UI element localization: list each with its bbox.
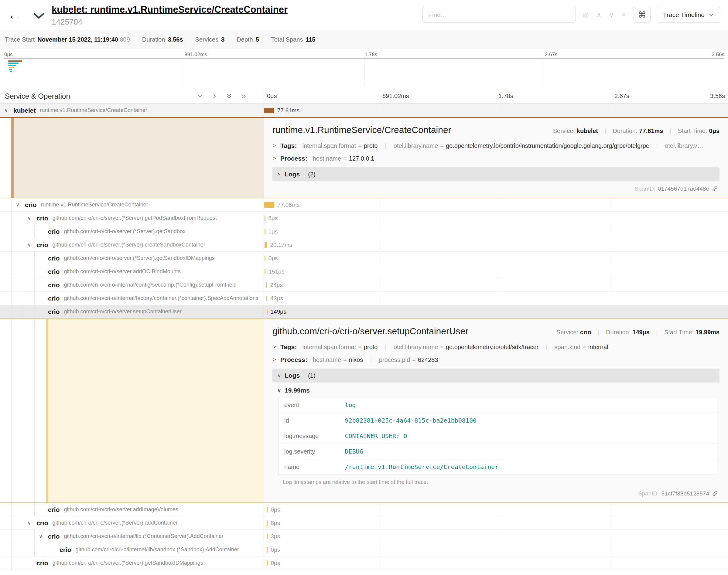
span-name-cell[interactable]: ∨ crio github.com/cri-o/cri-o/internal/l… [0, 530, 264, 543]
span-duration-bar[interactable] [267, 547, 268, 552]
minimap-tick: 1.78s [365, 52, 377, 58]
span-timeline-cell[interactable]: 151μs [264, 265, 728, 278]
process-accordion[interactable]: > Process: host.name=nixos | process.pid… [272, 353, 720, 366]
span-duration-bar[interactable] [265, 215, 265, 221]
span-duration-bar[interactable] [265, 229, 265, 234]
prev-result-chevron-up-icon[interactable]: ∧ [596, 11, 602, 19]
detail-tree-indent [0, 118, 264, 198]
span-row[interactable]: crio github.com/cri-o/cri-o/server.addIm… [0, 503, 728, 516]
log-entry-accordion[interactable]: ∨ 19.99ms [277, 385, 718, 397]
span-timeline-cell[interactable]: 8μs [264, 212, 728, 225]
span-name-cell[interactable]: crio github.com/cri-o/cri-o/server.(*Ser… [0, 252, 264, 265]
keyboard-shortcuts-button[interactable]: ⌘ [633, 7, 651, 23]
span-duration-bar[interactable] [264, 108, 274, 113]
span-expand-chevron-icon[interactable]: ∨ [27, 215, 36, 221]
span-name-cell[interactable]: crio github.com/cri-o/cri-o/server.(*Ser… [0, 225, 264, 238]
minimap-span [9, 69, 12, 70]
span-row[interactable]: crio github.com/cri-o/cri-o/server.(*Ser… [0, 556, 728, 570]
span-timeline-cell[interactable]: 1μs [264, 225, 728, 238]
tags-accordion[interactable]: > Tags: internal.span.format=proto | ote… [272, 341, 720, 353]
span-timeline-cell[interactable]: 3μs [264, 530, 728, 543]
chevron-right-icon: > [273, 156, 280, 162]
span-expand-chevron-icon[interactable]: ∨ [4, 107, 13, 113]
clear-find-close-icon[interactable]: × [621, 11, 626, 19]
span-duration-bar[interactable] [265, 242, 267, 248]
span-name-cell[interactable]: crio github.com/cri-o/cri-o/internal/lib… [0, 543, 264, 556]
span-row[interactable]: ∨ kubelet runtime.v1.RuntimeService/Crea… [0, 104, 728, 117]
span-name-cell[interactable]: crio github.com/cri-o/cri-o/server.(*Ser… [0, 556, 264, 570]
next-result-chevron-down-icon[interactable]: ∨ [609, 11, 614, 19]
back-button[interactable]: ← [8, 8, 25, 22]
span-timeline-cell[interactable]: 149μs [264, 305, 728, 318]
span-timeline-cell[interactable]: 20.17ms [264, 238, 728, 251]
span-duration-bar[interactable] [267, 561, 268, 566]
span-row[interactable]: ∨ crio github.com/cri-o/cri-o/server.(*S… [0, 516, 728, 530]
span-name-cell[interactable]: crio github.com/cri-o/cri-o/internal/fac… [0, 292, 264, 305]
tree-color-stripe [11, 118, 14, 198]
span-name-cell[interactable]: crio github.com/cri-o/cri-o/server.setup… [0, 305, 264, 318]
span-row[interactable]: crio github.com/cri-o/cri-o/internal/lib… [0, 543, 728, 556]
span-timeline-cell[interactable]: 43μs [264, 292, 728, 305]
copy-link-icon[interactable] [712, 490, 718, 497]
span-timeline-cell[interactable]: 77.08ms [264, 198, 728, 211]
tags-accordion[interactable]: > Tags: internal.span.format=proto | ote… [272, 139, 720, 152]
collapse-trace-header-button[interactable] [33, 13, 44, 20]
span-timeline-cell[interactable]: 24μs [264, 278, 728, 292]
span-expand-chevron-icon[interactable]: ∨ [39, 533, 48, 539]
find-input[interactable] [423, 7, 576, 23]
span-timeline-cell[interactable]: 0μs [264, 556, 728, 570]
logs-accordion[interactable]: > Logs (2) [272, 167, 720, 181]
span-expand-chevron-icon[interactable]: ∨ [27, 520, 36, 526]
span-name-cell[interactable]: crio github.com/cri-o/cri-o/server.addOC… [0, 265, 264, 278]
span-name-cell[interactable]: ∨ crio github.com/cri-o/cri-o/server.(*S… [0, 212, 264, 225]
span-row[interactable]: crio github.com/cri-o/cri-o/server.setup… [0, 305, 728, 318]
span-row[interactable]: crio github.com/cri-o/cri-o/server.(*Ser… [0, 225, 728, 238]
span-name-cell[interactable]: ∨ kubelet runtime.v1.RuntimeService/Crea… [0, 104, 264, 117]
process-accordion[interactable]: > Process: host.name=127.0.0.1 [272, 152, 720, 165]
timeline-gridline [612, 212, 612, 225]
span-duration-bar[interactable] [266, 296, 267, 301]
logs-accordion[interactable]: ∨ Logs (1) [272, 369, 720, 382]
span-row[interactable]: crio github.com/cri-o/cri-o/server.addOC… [0, 265, 728, 278]
span-row[interactable]: crio github.com/cri-o/cri-o/internal/fac… [0, 292, 728, 305]
collapse-all-double-chevron-down-icon[interactable] [226, 93, 232, 99]
span-duration-bar[interactable] [267, 520, 268, 526]
timeline-gridline [496, 503, 496, 516]
span-timeline-cell[interactable]: 77.61ms [264, 104, 728, 117]
span-duration-bar[interactable] [266, 282, 267, 288]
span-expand-chevron-icon[interactable]: ∨ [27, 242, 36, 248]
span-timeline-cell[interactable]: 0μs [264, 252, 728, 265]
span-row[interactable]: ∨ crio runtime.v1.RuntimeService/CreateC… [0, 198, 728, 212]
trace-view-selector[interactable]: Trace Timeline [657, 7, 720, 23]
span-row[interactable]: crio github.com/cri-o/cri-o/server.(*Ser… [0, 252, 728, 265]
span-row[interactable]: ∨ crio github.com/cri-o/cri-o/server.(*S… [0, 238, 728, 252]
expand-one-chevron-right-icon[interactable] [211, 93, 218, 99]
trace-title-link[interactable]: kubelet: runtime.v1.RuntimeService/Creat… [52, 4, 288, 15]
span-duration-bar[interactable] [267, 507, 268, 512]
span-name-cell[interactable]: ∨ crio runtime.v1.RuntimeService/CreateC… [0, 198, 264, 211]
expand-all-double-chevron-right-icon[interactable] [240, 93, 246, 99]
span-row[interactable]: ∨ crio github.com/cri-o/cri-o/server.(*S… [0, 212, 728, 225]
copy-link-icon[interactable] [712, 185, 718, 192]
focus-result-icon[interactable]: ◎ [583, 11, 589, 19]
trace-depth: Depth5 [237, 36, 259, 43]
span-duration-bar[interactable] [267, 309, 268, 314]
span-name-cell[interactable]: ∨ crio github.com/cri-o/cri-o/server.(*S… [0, 238, 264, 251]
span-name-cell[interactable]: ∨ crio github.com/cri-o/cri-o/server.(*S… [0, 516, 264, 530]
span-timeline-cell[interactable]: 0μs [264, 503, 728, 516]
span-timeline-cell[interactable]: 0μs [264, 543, 728, 556]
span-row[interactable]: crio github.com/cri-o/cri-o/internal/con… [0, 278, 728, 292]
span-duration-bar[interactable] [265, 256, 265, 261]
span-duration-bar[interactable] [264, 202, 274, 208]
span-expand-chevron-icon[interactable]: ∨ [16, 202, 25, 208]
collapse-one-chevron-down-icon[interactable] [197, 93, 203, 99]
span-name-cell[interactable]: crio github.com/cri-o/cri-o/server.addIm… [0, 503, 264, 516]
span-duration-bar[interactable] [267, 534, 268, 539]
trace-page-header: ← kubelet: runtime.v1.RuntimeService/Cre… [0, 0, 728, 30]
span-name-cell[interactable]: crio github.com/cri-o/cri-o/internal/con… [0, 278, 264, 292]
span-duration-bar[interactable] [265, 269, 265, 274]
span-timeline-cell[interactable]: 6μs [264, 516, 728, 530]
span-row[interactable]: ∨ crio github.com/cri-o/cri-o/internal/l… [0, 530, 728, 543]
span-operation-name: github.com/cri-o/cri-o/internal/config/s… [64, 282, 240, 288]
minimap-canvas[interactable] [4, 58, 724, 86]
